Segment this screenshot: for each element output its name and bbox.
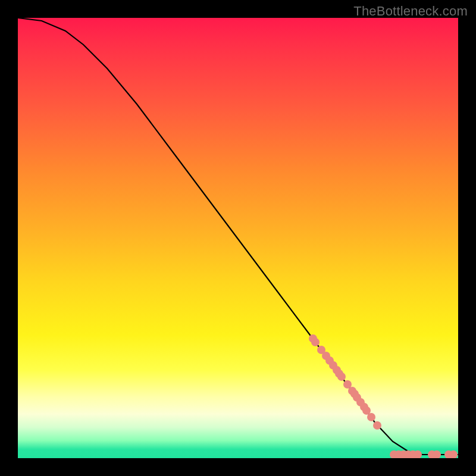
curve-line	[18, 18, 458, 455]
scatter-on-curve	[309, 334, 381, 430]
curve-point-17	[373, 421, 381, 430]
chart-frame: TheBottleneck.com	[0, 0, 476, 476]
watermark-text: TheBottleneck.com	[353, 4, 468, 19]
curve-point-8	[337, 372, 346, 381]
chart-overlay	[18, 18, 458, 458]
curve-point-16	[367, 413, 375, 421]
plot-area	[18, 18, 458, 458]
curve-point-1	[311, 338, 320, 346]
